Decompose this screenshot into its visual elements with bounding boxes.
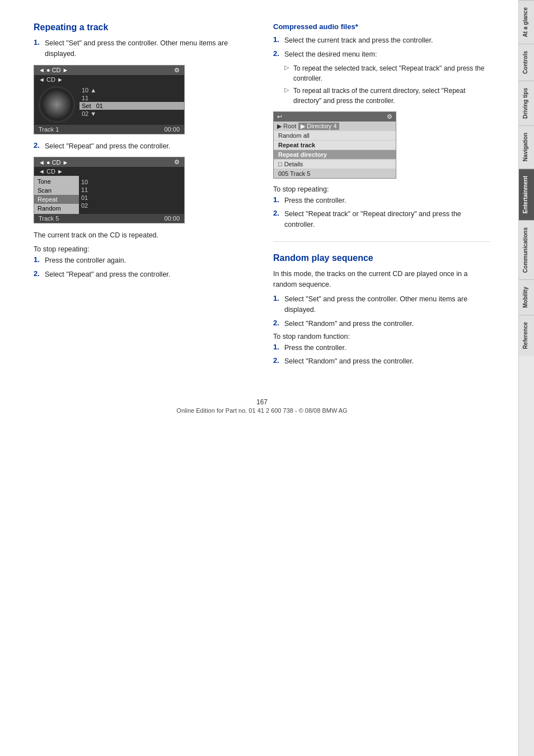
sub-arrow-2: ▷ [284, 86, 290, 94]
dir-root: ▶ Root [277, 123, 296, 130]
dir-details-label: Details [284, 161, 303, 167]
dir-repeat-directory[interactable]: Repeat directory [274, 150, 396, 160]
dir-back-icon: ↩ [277, 113, 282, 120]
stop-step-2-num: 2. [34, 269, 41, 278]
stop-r-step-1-num: 1. [273, 195, 281, 204]
rand-step-2: 2. Select "Random" and press the control… [273, 319, 490, 329]
stop-step-1-text: Press the controller again. [45, 255, 126, 266]
dir-details[interactable]: □ Details [274, 160, 396, 169]
cd-screenshot-1: ◄ ● CD ► ⚙ ◄ CD ► 10 ▲ 11 Set 01 02 ▼ [34, 65, 185, 134]
stop-r-step-1-text: Press the controller. [284, 195, 346, 206]
cd-track-10b: 10 [79, 178, 184, 186]
stop-r-step-2-num: 2. [273, 209, 281, 217]
tab-reference[interactable]: Reference [519, 315, 535, 356]
cd-track-02: 02 ▼ [79, 110, 184, 118]
stop-repeat-label: To stop repeating: [273, 185, 490, 193]
tab-controls[interactable]: Controls [519, 44, 535, 81]
cd-track-02b: 02 [79, 202, 184, 209]
stop-r-step-1: 1. Press the controller. [273, 195, 490, 206]
stop-random-label: To stop random function: [273, 333, 490, 340]
ca-sub-1: ▷ To repeat the selected track, select "… [284, 63, 490, 83]
ca-step-2-text: Select the desired menu item: [284, 49, 377, 60]
stop-label-left: To stop repeating: [34, 245, 251, 253]
menu-random[interactable]: Random [34, 204, 79, 213]
ca-sub-2: ▷ To repeat all tracks of the current di… [284, 86, 490, 106]
cd-bottom-track-2: Track 5 [39, 215, 59, 222]
cd-bottom-track-1: Track 1 [39, 126, 59, 133]
cd-top-right-2: ⚙ [174, 158, 180, 166]
step-1: 1. Select "Set" and press the controller… [34, 38, 251, 59]
cd-artwork-1 [39, 86, 75, 123]
tab-communications[interactable]: Communications [519, 220, 535, 279]
menu-tone[interactable]: Tone [34, 177, 79, 186]
stop-rand-1-num: 1. [273, 343, 281, 351]
tab-driving-tips[interactable]: Driving tips [519, 81, 535, 125]
side-tab-bar: At a glance Controls Driving tips Naviga… [518, 0, 534, 756]
ca-sub-1-text: To repeat the selected track, select "Re… [293, 63, 490, 83]
tab-mobility[interactable]: Mobility [519, 279, 535, 315]
step-1-num: 1. [34, 38, 41, 46]
ca-step-2: 2. Select the desired menu item: [273, 49, 490, 60]
tab-entertainment[interactable]: Entertainment [519, 169, 535, 220]
dir-gear-icon: ⚙ [387, 113, 392, 120]
cd-track-10: 10 ▲ [79, 86, 184, 94]
cd-track-set: Set 01 [79, 102, 184, 110]
random-intro: In this mode, the tracks on the current … [273, 269, 490, 290]
step-2-num: 2. [34, 141, 41, 150]
random-section-title: Random play sequence [273, 253, 490, 263]
stop-step-1: 1. Press the controller again. [34, 255, 251, 266]
stop-rand-2-text: Select "Random" and press the controller… [284, 356, 414, 367]
tab-at-a-glance[interactable]: At a glance [519, 0, 535, 44]
cd-top-bar-1: ◄ ● CD ► ⚙ [34, 66, 184, 75]
stop-rand-1-text: Press the controller. [284, 343, 346, 353]
ca-sub-2-text: To repeat all tracks of the current dire… [293, 86, 490, 106]
cd-row2-text-2: ◄ CD ► [39, 168, 63, 175]
cd-track-11: 11 [79, 94, 184, 102]
dir-top-bar: ↩ ⚙ [274, 112, 396, 122]
right-column: Compressed audio files* 1. Select the cu… [273, 22, 490, 370]
stop-step-1-num: 1. [34, 255, 41, 264]
menu-scan[interactable]: Scan [34, 186, 79, 195]
stop-r-step-2: 2. Select "Repeat track" or "Repeat dire… [273, 209, 490, 230]
left-column: Repeating a track 1. Select "Set" and pr… [34, 22, 251, 370]
cd-menu: Tone Scan Repeat Random [34, 176, 79, 214]
menu-repeat[interactable]: Repeat [34, 195, 79, 204]
cd-bottom-time-2: 00:00 [164, 215, 180, 222]
stop-r-step-2-text: Select "Repeat track" or "Repeat directo… [284, 209, 490, 230]
dir-track-bottom: 005 Track 5 [274, 169, 396, 178]
step-1-text: Select "Set" and press the controller. O… [45, 38, 251, 59]
footer-copyright: Online Edition for Part no. 01 41 2 600 … [34, 407, 490, 414]
ca-step-2-num: 2. [273, 49, 281, 58]
dir-breadcrumb: ▶ Root ▶ Directory 4 [274, 122, 396, 131]
cd-bottom-bar-1: Track 1 00:00 [34, 125, 184, 134]
cd-bottom-bar-2: Track 5 00:00 [34, 214, 184, 223]
stop-rand-2-num: 2. [273, 356, 281, 365]
dir-repeat-track[interactable]: Repeat track [274, 141, 396, 150]
current-track-note: The current track on the CD is repeated. [34, 230, 251, 241]
ca-step-1: 1. Select the current track and press th… [273, 35, 490, 46]
section-divider [273, 241, 490, 242]
rand-step-1-num: 1. [273, 294, 281, 302]
footer: 167 Online Edition for Part no. 01 41 2 … [34, 393, 490, 414]
rand-step-1-text: Select "Set" and press the controller. O… [284, 294, 490, 315]
stop-step-2: 2. Select "Repeat" and press the control… [34, 269, 251, 280]
stop-step-2-text: Select "Repeat" and press the controller… [45, 269, 170, 280]
section-title-repeating: Repeating a track [34, 22, 251, 32]
step-2: 2. Select "Repeat" and press the control… [34, 141, 251, 152]
cd-track-11b: 11 [79, 186, 184, 194]
ca-step-1-text: Select the current track and press the c… [284, 35, 433, 46]
main-content: Repeating a track 1. Select "Set" and pr… [0, 0, 518, 756]
cd-top-left-2: ◄ ● CD ► [39, 159, 68, 166]
cd-row2-text: ◄ CD ► [39, 76, 63, 83]
cd-top-right-1: ⚙ [174, 67, 180, 74]
tab-navigation[interactable]: Navigation [519, 125, 535, 168]
cd-top-left-1: ◄ ● CD ► [39, 67, 68, 73]
cd-middle-2: Tone Scan Repeat Random 10 11 01 02 [34, 176, 184, 214]
sub-arrow-1: ▷ [284, 64, 290, 71]
cd-bottom-time-1: 00:00 [164, 126, 180, 133]
ca-step-1-num: 1. [273, 35, 281, 44]
dir-dir4: ▶ Directory 4 [298, 123, 339, 130]
dir-random-all[interactable]: Random all [274, 131, 396, 141]
cd-tracklist-1: 10 ▲ 11 Set 01 02 ▼ [79, 84, 184, 125]
stop-rand-1: 1. Press the controller. [273, 343, 490, 353]
